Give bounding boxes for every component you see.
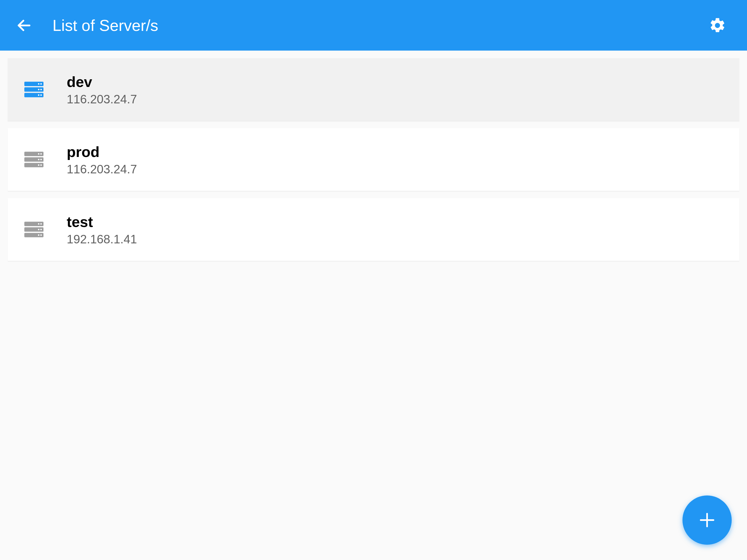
svg-point-27 [41,234,42,236]
svg-point-16 [41,159,42,160]
back-button[interactable] [11,12,37,39]
svg-point-7 [41,88,42,90]
plus-icon [697,510,717,530]
server-name: prod [67,143,137,160]
svg-point-5 [41,83,42,84]
svg-point-8 [38,94,40,96]
server-address: 192.168.1.41 [67,232,137,246]
server-list-item[interactable]: test 192.168.1.41 [8,198,739,261]
add-server-button[interactable] [682,495,732,545]
server-name: test [67,213,137,230]
server-list-item[interactable]: prod 116.203.24.7 [8,128,739,191]
app-bar: List of Server/s [0,0,747,51]
svg-point-25 [41,229,42,230]
server-icon [23,219,45,240]
server-name: dev [67,73,137,90]
server-address: 116.203.24.7 [67,93,137,106]
gear-icon [709,17,726,34]
server-icon [23,149,45,171]
svg-point-15 [38,159,40,160]
svg-point-26 [38,234,40,236]
svg-point-18 [41,164,42,166]
server-address: 116.203.24.7 [67,162,137,176]
svg-point-14 [41,153,42,154]
settings-button[interactable] [704,12,730,39]
server-item-texts: dev 116.203.24.7 [67,73,137,106]
svg-point-17 [38,164,40,166]
server-icon [23,79,45,101]
svg-point-4 [38,83,40,84]
server-item-texts: prod 116.203.24.7 [67,143,137,176]
svg-point-23 [41,223,42,225]
server-list: dev 116.203.24.7 prod 116.203.24.7 [0,51,747,276]
svg-point-6 [38,88,40,90]
server-list-item[interactable]: dev 116.203.24.7 [8,58,739,121]
page-title: List of Server/s [52,16,704,34]
svg-point-13 [38,153,40,154]
arrow-left-icon [16,17,32,34]
server-item-texts: test 192.168.1.41 [67,213,137,246]
svg-point-24 [38,229,40,230]
svg-point-22 [38,223,40,225]
svg-point-9 [41,94,42,96]
